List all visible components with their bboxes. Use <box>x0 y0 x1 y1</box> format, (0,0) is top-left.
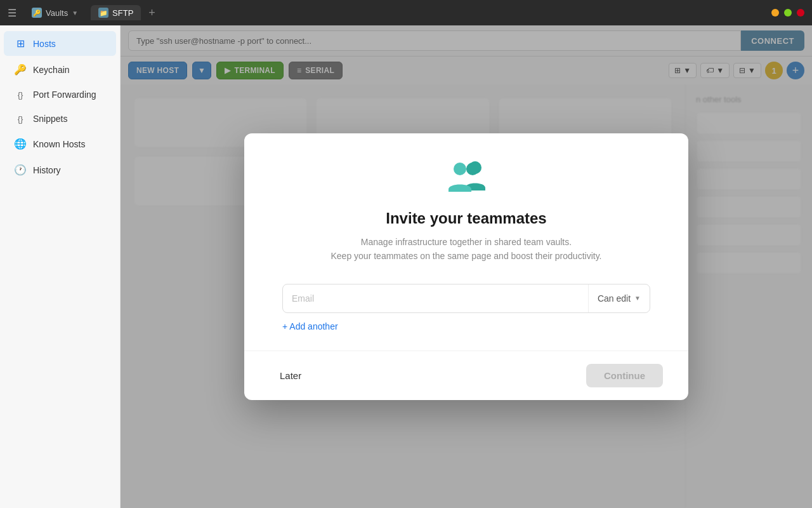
sftp-icon: 📁 <box>98 8 108 18</box>
svg-point-2 <box>466 163 479 175</box>
teams-icon <box>446 159 487 197</box>
modal-body: Invite your teammates Manage infrastruct… <box>244 133 688 351</box>
modal-overlay: Invite your teammates Manage infrastruct… <box>121 25 812 508</box>
window-controls <box>771 9 804 17</box>
modal-subtitle: Manage infrastructure together in shared… <box>331 235 602 264</box>
title-bar: ☰ 🔑 Vaults ▼ 📁 SFTP + <box>0 0 812 25</box>
sidebar: ⊞ Hosts 🔑 Keychain {} Port Forwarding {}… <box>0 25 121 508</box>
known-hosts-icon: 🌐 <box>14 138 27 150</box>
menu-icon[interactable]: ☰ <box>8 7 16 19</box>
permission-chevron-icon: ▼ <box>634 295 641 302</box>
maximize-button[interactable] <box>784 9 792 17</box>
sidebar-item-keychain[interactable]: 🔑 Keychain <box>4 57 116 82</box>
port-forwarding-icon: {} <box>14 90 27 100</box>
add-another-link[interactable]: + Add another <box>282 321 338 331</box>
sidebar-item-snippets[interactable]: {} Snippets <box>4 107 116 130</box>
sidebar-item-port-forwarding[interactable]: {} Port Forwarding <box>4 83 116 106</box>
snippets-icon: {} <box>14 114 27 124</box>
sidebar-item-history[interactable]: 🕐 History <box>4 157 116 182</box>
main-layout: ⊞ Hosts 🔑 Keychain {} Port Forwarding {}… <box>0 25 812 508</box>
chevron-down-icon: ▼ <box>72 10 78 17</box>
add-tab-button[interactable]: + <box>148 6 155 20</box>
later-button[interactable]: Later <box>270 365 311 386</box>
vault-icon: 🔑 <box>32 8 42 18</box>
svg-point-1 <box>454 163 466 175</box>
keychain-icon: 🔑 <box>14 64 27 76</box>
tab-vaults[interactable]: 🔑 Vaults ▼ <box>24 5 86 20</box>
sidebar-item-history-label: History <box>33 165 61 175</box>
sidebar-item-port-forwarding-label: Port Forwarding <box>33 90 96 100</box>
permission-label: Can edit <box>598 293 631 304</box>
hosts-icon: ⊞ <box>14 37 27 50</box>
sidebar-item-snippets-label: Snippets <box>33 114 67 124</box>
minimize-button[interactable] <box>771 9 779 17</box>
history-icon: 🕐 <box>14 164 27 176</box>
tab-sftp-label: SFTP <box>112 8 133 18</box>
modal-form: Can edit ▼ + Add another <box>282 284 650 332</box>
sidebar-item-known-hosts[interactable]: 🌐 Known Hosts <box>4 131 116 156</box>
email-input-row: Can edit ▼ <box>282 284 650 313</box>
content-area: CONNECT NEW HOST ▼ ▶ TERMINAL ≡ SERIAL ⊞… <box>121 25 812 508</box>
sidebar-item-hosts[interactable]: ⊞ Hosts <box>4 31 116 56</box>
tab-vaults-label: Vaults <box>46 8 68 18</box>
tab-sftp[interactable]: 📁 SFTP <box>91 5 141 20</box>
modal-title: Invite your teammates <box>386 210 546 227</box>
close-button[interactable] <box>797 9 804 17</box>
sidebar-item-hosts-label: Hosts <box>33 39 56 49</box>
email-input[interactable] <box>283 284 588 312</box>
invite-modal: Invite your teammates Manage infrastruct… <box>244 133 688 400</box>
permission-dropdown[interactable]: Can edit ▼ <box>588 284 650 312</box>
sidebar-item-known-hosts-label: Known Hosts <box>33 139 85 149</box>
modal-footer: Later Continue <box>244 351 688 400</box>
sidebar-item-keychain-label: Keychain <box>33 65 70 75</box>
continue-button[interactable]: Continue <box>586 364 663 387</box>
